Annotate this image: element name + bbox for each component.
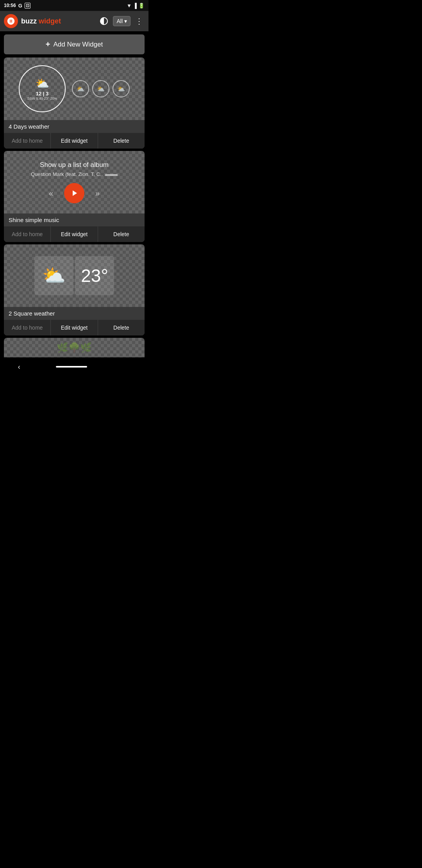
partly-cloudy-icon: ⛅ (42, 265, 66, 287)
more-options-button[interactable]: ⋮ (134, 16, 145, 26)
music-controls: « » (49, 183, 100, 203)
add-to-home-button-1[interactable]: Add to home (4, 133, 51, 149)
status-right: ▼ ▐ 🔋 (127, 3, 145, 9)
widget-actions-square-weather: Add to home Edit widget Delete (4, 320, 145, 335)
trees-icon: 🌿🌳🌿 (57, 342, 92, 353)
forecast-2: ⛅ (92, 80, 109, 97)
widget-preview-square-weather: ⛅ 23° (4, 244, 145, 307)
app-logo (4, 14, 18, 28)
widget-actions-weather-4day: Add to home Edit widget Delete (4, 133, 145, 149)
widget-card-weather-4day: ⛅ 12 | 3 SSW 5.40 23° 20% ⛅ ⛅ ⛅ 4 Days w… (4, 57, 145, 149)
forecast-circles: ⛅ ⛅ ⛅ (72, 80, 130, 97)
plus-icon: + (46, 40, 50, 49)
play-button[interactable] (64, 183, 84, 203)
edit-widget-button-2[interactable]: Edit widget (51, 226, 98, 242)
widget-title-weather-4day: 4 Days weather (4, 120, 145, 133)
logo-icon (7, 17, 15, 25)
widget-preview-music: Show up a list of album Question Mark (f… (4, 151, 145, 213)
music-sub: Question Mark (feat. Zion. T, C.. ▬▬ (31, 170, 118, 178)
cloud-sun-icon: ⛅ (36, 77, 49, 90)
delete-button-1[interactable]: Delete (98, 133, 145, 149)
temperature-box: 23° (75, 256, 114, 295)
rewind-button[interactable]: « (49, 189, 53, 198)
home-pill[interactable] (56, 366, 87, 368)
square-temp: 23° (81, 265, 108, 286)
widget-actions-music: Add to home Edit widget Delete (4, 226, 145, 242)
widget-title-square-weather: 2 Square weather (4, 307, 145, 320)
edit-widget-button-3[interactable]: Edit widget (51, 320, 98, 335)
back-button[interactable]: ‹ (18, 363, 20, 371)
filter-dropdown[interactable]: All ▾ (113, 16, 131, 26)
status-left: 10:56 G ⊡ (4, 3, 30, 9)
edit-widget-button-1[interactable]: Edit widget (51, 133, 98, 149)
title-widget: widget (39, 17, 61, 25)
widget-title-music: Shine simple music (4, 213, 145, 226)
title-buzz: buzz (21, 17, 37, 25)
widget-card-square-weather: ⛅ 23° 2 Square weather Add to home Edit … (4, 244, 145, 335)
add-to-home-button-3[interactable]: Add to home (4, 320, 51, 335)
delete-button-2[interactable]: Delete (98, 226, 145, 242)
g-icon: G (18, 3, 22, 9)
weather-circle-main: ⛅ 12 | 3 SSW 5.40 23° 20% (19, 65, 66, 112)
signal-icon: ▐ (133, 3, 137, 9)
app-bar: buzz widget All ▾ ⋮ (0, 11, 148, 31)
square-weather-display: ⛅ 23° (34, 256, 114, 295)
dropdown-value: All (116, 18, 123, 24)
add-new-widget-button[interactable]: + Add New Widget (4, 34, 145, 54)
music-title: Show up a list of album (40, 161, 109, 169)
status-time: 10:56 (4, 3, 16, 8)
box-icon: ⊡ (25, 3, 30, 9)
app-title: buzz widget (21, 17, 95, 25)
weather-icon-box: ⛅ (34, 256, 73, 295)
equalizer-icon: ▬▬ (105, 170, 118, 178)
weather-details: SSW 5.40 23° 20% (27, 97, 57, 100)
wifi-icon: ▼ (127, 3, 132, 9)
main-temp: 12 | 3 (36, 91, 49, 97)
add-new-label: Add New Widget (54, 41, 103, 48)
add-to-home-button-2[interactable]: Add to home (4, 226, 51, 242)
status-bar: 10:56 G ⊡ ▼ ▐ 🔋 (0, 0, 148, 11)
forecast-1: ⛅ (72, 80, 89, 97)
battery-icon: 🔋 (138, 3, 145, 9)
widget-preview-weather: ⛅ 12 | 3 SSW 5.40 23° 20% ⛅ ⛅ ⛅ (4, 57, 145, 120)
theme-toggle-button[interactable] (98, 15, 110, 27)
forecast-3: ⛅ (113, 80, 130, 97)
widget-card-music: Show up a list of album Question Mark (f… (4, 151, 145, 242)
forward-button[interactable]: » (95, 189, 100, 198)
bottom-navigation: ‹ (0, 359, 148, 375)
partial-widget-card: 🌿🌳🌿 (4, 338, 145, 357)
delete-button-3[interactable]: Delete (98, 320, 145, 335)
chevron-down-icon: ▾ (124, 18, 127, 24)
